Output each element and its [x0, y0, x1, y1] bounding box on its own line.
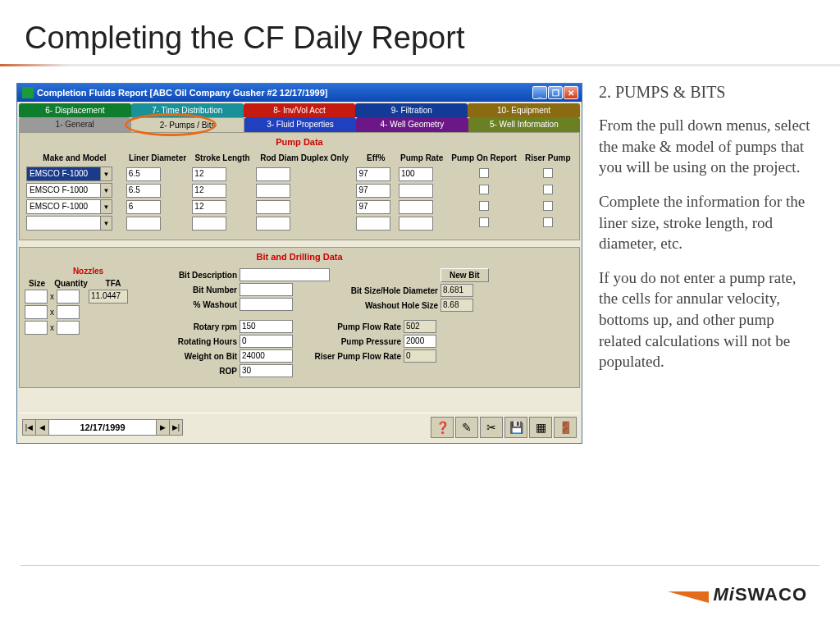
liner-input[interactable]: 6 [126, 200, 161, 214]
make-dropdown[interactable]: EMSCO F-1000▼ [26, 199, 112, 214]
last-record-button[interactable]: ▶| [169, 420, 182, 435]
onreport-checkbox[interactable] [479, 217, 489, 227]
rod-input[interactable] [256, 184, 290, 198]
stroke-input[interactable] [192, 217, 226, 231]
nozzle-qty-input[interactable] [57, 305, 80, 319]
tab-fluid-properties[interactable]: 3- Fluid Properties [244, 117, 356, 132]
tab-pumps-bits[interactable]: 2- Pumps / Bits [130, 117, 244, 132]
rate-input[interactable] [399, 200, 433, 214]
bit-left-col: Bit Description Bit Number % Washout [160, 267, 330, 313]
make-dropdown[interactable]: EMSCO F-1000▼ [26, 183, 112, 198]
chevron-down-icon: ▼ [100, 167, 112, 180]
tab-general[interactable]: 1- General [19, 117, 130, 132]
wob-label: Weight on Bit [160, 352, 240, 361]
date-navigator: |◀ ◀ 12/17/1999 ▶ ▶| [22, 419, 183, 436]
grid-icon[interactable]: ▦ [529, 417, 552, 438]
pressure-input[interactable]: 2000 [404, 335, 436, 348]
liner-input[interactable]: 6.5 [126, 184, 161, 198]
dropdown-value: EMSCO F-1000 [27, 184, 100, 197]
close-button[interactable]: ✕ [564, 86, 578, 99]
bit-desc-input[interactable] [240, 268, 330, 281]
riser-flow-label: Riser Pump Flow Rate [301, 352, 404, 361]
chevron-down-icon: ▼ [100, 200, 112, 213]
section-heading: 2. PUMPS & BITS [599, 83, 812, 102]
rpm-input[interactable]: 150 [240, 320, 293, 333]
rop-input[interactable]: 30 [240, 364, 293, 377]
col-make: Make and Model [25, 152, 125, 166]
x-label: x [50, 308, 54, 317]
help-icon[interactable]: ❓ [431, 417, 454, 438]
onreport-checkbox[interactable] [479, 168, 489, 178]
bit-right-col2: Pump Flow Rate502 Pump Pressure2000 Rise… [301, 318, 436, 379]
stroke-input[interactable]: 12 [192, 184, 226, 198]
new-bit-button[interactable]: New Bit [441, 268, 489, 282]
maximize-button[interactable]: ❐ [548, 86, 563, 99]
logo-text: MiSWACO [713, 584, 807, 605]
riser-checkbox[interactable] [543, 185, 553, 194]
rod-input[interactable] [256, 167, 290, 181]
riser-checkbox[interactable] [543, 217, 553, 227]
current-date: 12/17/1999 [49, 422, 156, 432]
wob-input[interactable]: 24000 [240, 349, 293, 363]
eff-input[interactable]: 97 [356, 167, 390, 181]
edit-icon[interactable]: ✎ [455, 417, 478, 438]
titlebar-text: Completion Fluids Report [ABC Oil Compan… [37, 88, 532, 98]
tab-filtration[interactable]: 9- Filtration [355, 103, 468, 117]
content-row: Completion Fluids Report [ABC Oil Compan… [0, 66, 840, 444]
stroke-input[interactable]: 12 [192, 200, 226, 214]
x-label: x [50, 323, 54, 332]
tab-displacement[interactable]: 6- Displacement [19, 103, 131, 117]
rate-input[interactable] [399, 184, 433, 198]
rate-input[interactable] [399, 217, 433, 231]
washout-input[interactable] [240, 298, 293, 311]
pump-table: Make and Model Liner Diameter Stroke Len… [25, 152, 574, 231]
tab-time-distribution[interactable]: 7- Time Distribution [131, 103, 244, 117]
tab-inv-vol[interactable]: 8- Inv/Vol Acct [244, 103, 356, 117]
nozzle-size-input[interactable] [25, 305, 48, 319]
nozzle-qty-input[interactable] [57, 321, 80, 335]
nozzle-size-input[interactable] [25, 290, 48, 304]
onreport-checkbox[interactable] [479, 185, 489, 194]
make-dropdown[interactable]: ▼ [26, 216, 112, 231]
next-record-button[interactable]: ▶ [156, 420, 169, 435]
tab-well-information[interactable]: 5- Well Information [468, 117, 580, 132]
nozzles-header: Size Quantity TFA [25, 279, 152, 288]
liner-input[interactable]: 6.5 [126, 167, 161, 181]
prev-record-button[interactable]: ◀ [36, 420, 49, 435]
onreport-checkbox[interactable] [479, 201, 489, 211]
exit-icon[interactable]: 🚪 [554, 417, 577, 438]
nozzle-size-input[interactable] [25, 321, 48, 335]
first-record-button[interactable]: |◀ [23, 420, 36, 435]
rod-input[interactable] [256, 200, 290, 214]
rod-input[interactable] [256, 217, 290, 231]
logo-swaco: SWACO [735, 584, 807, 605]
tab-label: 2- Pumps / Bits [160, 121, 216, 130]
delete-icon[interactable]: ✂ [480, 417, 503, 438]
eff-input[interactable]: 97 [356, 184, 390, 198]
minimize-button[interactable]: _ [532, 86, 547, 99]
pump-data-panel: Pump Data Make and Model Liner Diameter … [19, 132, 580, 240]
save-icon[interactable]: 💾 [504, 417, 527, 438]
tab-well-geometry[interactable]: 4- Well Geometry [356, 117, 468, 132]
riser-checkbox[interactable] [543, 168, 553, 178]
nozzle-qty-input[interactable] [57, 290, 80, 304]
bit-left-col2: Rotary rpm150 Rotating Hours0 Weight on … [160, 318, 293, 379]
titlebar: Completion Fluids Report [ABC Oil Compan… [17, 84, 582, 102]
hole-diam-value: 8.681 [441, 284, 473, 297]
eff-input[interactable]: 97 [356, 200, 390, 214]
pressure-label: Pump Pressure [301, 337, 404, 346]
make-dropdown[interactable]: EMSCO F-1000▼ [26, 167, 112, 181]
logo: MiSWACO [713, 584, 807, 605]
hours-input[interactable]: 0 [240, 335, 293, 348]
rate-input[interactable]: 100 [399, 167, 433, 181]
tab-equipment[interactable]: 10- Equipment [468, 103, 580, 117]
col-onreport: Pump On Report [447, 152, 522, 166]
riser-checkbox[interactable] [543, 201, 553, 211]
bit-num-input[interactable] [240, 283, 293, 296]
slide-title: Completing the CF Daily Report [0, 0, 840, 64]
stroke-input[interactable]: 12 [192, 167, 226, 181]
liner-input[interactable] [126, 217, 161, 231]
bit-form: Bit Description Bit Number % Washout New… [160, 267, 574, 379]
screenshot-column: Completion Fluids Report [ABC Oil Compan… [0, 66, 591, 444]
eff-input[interactable] [356, 217, 390, 231]
